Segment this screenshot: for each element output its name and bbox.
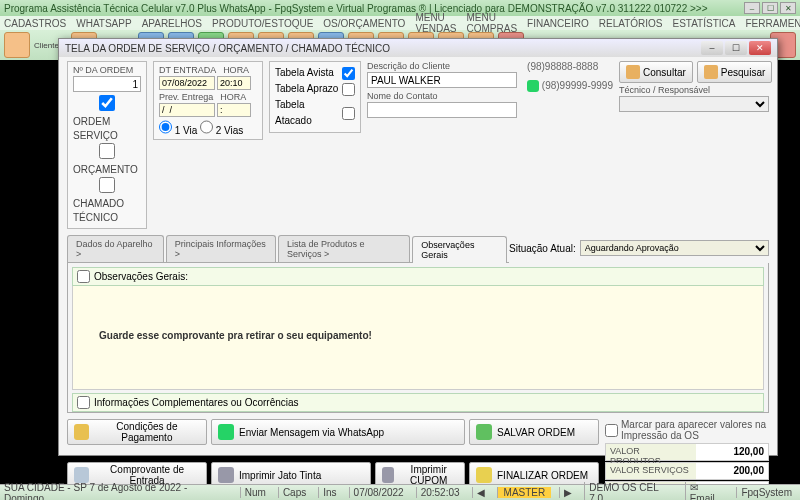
order-number-input[interactable] — [73, 76, 141, 92]
printer-icon — [382, 467, 394, 483]
status-caps: Caps — [278, 487, 310, 498]
dialog-maximize-icon[interactable]: ☐ — [725, 41, 747, 55]
minimize-icon[interactable]: – — [744, 2, 760, 14]
phone2: (98)99999-9999 — [542, 80, 613, 91]
maximize-icon[interactable]: ☐ — [762, 2, 778, 14]
obs-textarea[interactable]: Guarde esse comprovante pra retirar o se… — [72, 286, 764, 390]
observacoes-panel: Observações Gerais: Guarde esse comprova… — [67, 263, 769, 413]
main-menubar: CADASTROS WHATSAPP APARELHOS PRODUTO/EST… — [0, 16, 800, 30]
dialog-titlebar: TELA DA ORDEM DE SERVIÇO / ORÇAMENTO / C… — [59, 39, 777, 57]
phone1: (98)98888-8888 — [527, 61, 613, 72]
enviar-whatsapp-button[interactable]: Enviar Mensagem via WhatsApp — [211, 419, 465, 445]
tab-principais-info[interactable]: Principais Informações > — [166, 235, 276, 262]
statusbar: SUA CIDADE - SP 7 de Agosto de 2022 - Do… — [0, 484, 800, 500]
situacao-select[interactable]: Aguardando Aprovação — [580, 240, 769, 256]
menu-financeiro[interactable]: FINANCEIRO — [527, 18, 589, 29]
situacao-label: Situação Atual: — [509, 243, 576, 254]
status-email[interactable]: ✉ Email — [685, 482, 729, 501]
app-title: Programa Assistência Técnica Celular v7.… — [4, 3, 708, 14]
star-icon — [476, 467, 492, 483]
status-num: Num — [240, 487, 270, 498]
hora-input[interactable] — [217, 76, 251, 90]
search-icon — [704, 65, 718, 79]
search-icon — [626, 65, 640, 79]
dialog-minimize-icon[interactable]: – — [701, 41, 723, 55]
radio-1via[interactable]: 1 Via — [159, 125, 197, 136]
radio-2vias[interactable]: 2 Vias — [200, 125, 243, 136]
dialog-title: TELA DA ORDEM DE SERVIÇO / ORÇAMENTO / C… — [65, 43, 390, 54]
status-date: 07/08/2022 — [349, 487, 408, 498]
nome-contato-label: Nome do Contato — [367, 91, 517, 101]
order-number-label: Nº DA ORDEM — [73, 65, 141, 75]
whatsapp-icon — [218, 424, 234, 440]
status-location: SUA CIDADE - SP 7 de Agosto de 2022 - Do… — [4, 482, 224, 501]
pesquisar-button[interactable]: Pesquisar — [697, 61, 772, 83]
menu-produto[interactable]: PRODUTO/ESTOQUE — [212, 18, 313, 29]
order-number-box: Nº DA ORDEM ORDEM SERVIÇO ORÇAMENTO CHAM… — [67, 61, 147, 229]
chk-tabela-atacado[interactable]: Tabela Atacado — [275, 97, 355, 129]
menu-relatorios[interactable]: RELATÓRIOS — [599, 18, 663, 29]
order-dialog: TELA DA ORDEM DE SERVIÇO / ORÇAMENTO / C… — [58, 38, 778, 456]
valor-produtos-value: 120,00 — [696, 444, 768, 460]
chk-ordem-servico[interactable]: ORDEM SERVIÇO — [73, 95, 141, 143]
tab-observacoes[interactable]: Observações Gerais — [412, 236, 507, 263]
chk-tabela-aprazo[interactable]: Tabela Aprazo — [275, 81, 355, 97]
obs-message: Guarde esse comprovante pra retirar o se… — [99, 330, 372, 341]
tabela-box: Tabela Avista Tabela Aprazo Tabela Ataca… — [269, 61, 361, 133]
tecnico-label: Técnico / Responsável — [619, 85, 769, 95]
menu-cadastros[interactable]: CADASTROS — [4, 18, 66, 29]
tab-dados-aparelho[interactable]: Dados do Aparelho > — [67, 235, 164, 262]
cliente-box: Descrição do Cliente Nome do Contato — [367, 61, 517, 118]
status-master: MASTER — [497, 487, 552, 498]
menu-whatsapp[interactable]: WHATSAPP — [76, 18, 131, 29]
menu-vendas[interactable]: MENU VENDAS — [415, 12, 456, 34]
coin-icon — [74, 424, 89, 440]
date-box: DT ENTRADA HORA Prev. Entrega HORA 1 Via… — [153, 61, 263, 140]
menu-compras[interactable]: MENU COMPRAS — [467, 12, 518, 34]
condicoes-pagamento-button[interactable]: Condições de Pagamento — [67, 419, 207, 445]
main-titlebar: Programa Assistência Técnica Celular v7.… — [0, 0, 800, 16]
status-ins: Ins — [318, 487, 340, 498]
obs-footer: Informações Complementares ou Ocorrência… — [72, 393, 764, 412]
desc-cliente-input[interactable] — [367, 72, 517, 88]
whatsapp-icon[interactable] — [527, 80, 539, 92]
valor-produtos-label: VALOR PRODUTOS — [606, 444, 696, 460]
consultar-button[interactable]: Consultar — [619, 61, 693, 83]
chk-chamado[interactable]: CHAMADO TÉCNICO — [73, 177, 141, 225]
menu-aparelhos[interactable]: APARELHOS — [142, 18, 202, 29]
tecnico-select[interactable] — [619, 96, 769, 112]
tab-produtos-servicos[interactable]: Lista de Produtos e Serviços > — [278, 235, 410, 262]
nome-contato-input[interactable] — [367, 102, 517, 118]
menu-estatistica[interactable]: ESTATÍSTICA — [672, 18, 735, 29]
info-comp-checkbox[interactable] — [77, 396, 90, 409]
menu-os[interactable]: OS/ORÇAMENTO — [323, 18, 405, 29]
status-demo: DEMO OS CEL 7.0 — [584, 482, 676, 501]
check-icon — [476, 424, 492, 440]
dialog-close-icon[interactable]: ✕ — [749, 41, 771, 55]
clientes-icon[interactable] — [4, 32, 30, 58]
chk-tabela-avista[interactable]: Tabela Avista — [275, 65, 355, 81]
obs-checkbox[interactable] — [77, 270, 90, 283]
valor-servicos-label: VALOR SERVIÇOS — [606, 463, 696, 479]
salvar-ordem-button[interactable]: SALVAR ORDEM — [469, 419, 599, 445]
status-time: 20:52:03 — [416, 487, 464, 498]
close-icon[interactable]: ✕ — [780, 2, 796, 14]
valor-servicos-value: 200,00 — [696, 463, 768, 479]
menu-ferramentas[interactable]: FERRAMENTAS — [745, 18, 800, 29]
status-next-icon[interactable]: ▶ — [559, 487, 576, 498]
obs-header: Observações Gerais: — [72, 267, 764, 286]
prev-time-input[interactable] — [217, 103, 251, 117]
prev-date-input[interactable] — [159, 103, 215, 117]
phones-box: (98)98888-8888 (98)99999-9999 — [527, 61, 613, 92]
status-prev-icon[interactable]: ◀ — [472, 487, 489, 498]
status-fpq[interactable]: FpqSystem — [736, 487, 796, 498]
marcar-valores-checkbox[interactable]: Marcar para aparecer valores na Impressã… — [605, 419, 769, 441]
dt-entrada-input[interactable] — [159, 76, 215, 90]
chk-orcamento[interactable]: ORÇAMENTO — [73, 143, 141, 177]
desc-cliente-label: Descrição do Cliente — [367, 61, 517, 71]
